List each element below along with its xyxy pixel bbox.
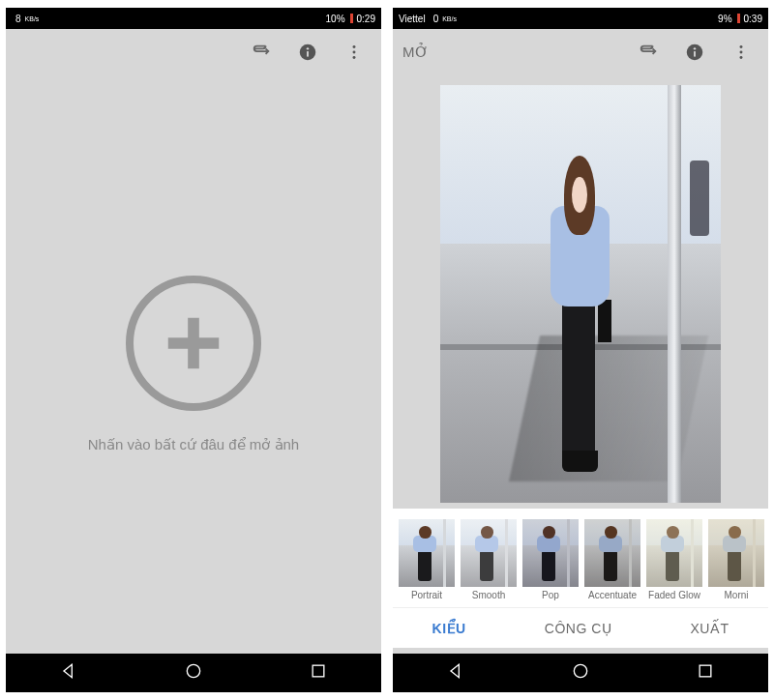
tab-export[interactable]: XUẤT [690, 621, 729, 636]
filter-label: Portrait [397, 590, 457, 600]
svg-point-3 [307, 47, 309, 49]
nav-recent-button[interactable] [696, 661, 715, 685]
svg-point-5 [353, 45, 356, 48]
nav-bar [6, 654, 381, 692]
nav-home-button[interactable] [571, 661, 590, 685]
clock: 0:29 [357, 14, 375, 24]
filter-portrait[interactable]: Portrait [397, 519, 457, 600]
filter-accentuate[interactable]: Accentuate [582, 519, 642, 600]
net-unit: KB/s [25, 15, 40, 22]
editor-body: Portrait Smooth Pop Accentuate Faded Glo… [393, 75, 768, 654]
phone-right: Viettel 0 KB/s 9% 0:39 MỞ [393, 8, 768, 692]
svg-point-6 [353, 51, 356, 54]
info-icon[interactable] [290, 35, 325, 70]
app-bar: MỞ [393, 29, 768, 75]
filter-label: Morni [706, 590, 766, 600]
status-bar: Viettel 0 KB/s 9% 0:39 [393, 8, 768, 29]
nav-bar [393, 654, 768, 692]
photo-canvas[interactable] [393, 75, 768, 509]
nav-back-button[interactable] [446, 661, 465, 685]
filter-strip[interactable]: Portrait Smooth Pop Accentuate Faded Glo… [393, 509, 768, 607]
tab-tools[interactable]: CÔNG CỤ [545, 621, 612, 636]
more-icon[interactable] [337, 35, 372, 70]
plus-circle-icon [126, 276, 261, 411]
main-photo [440, 85, 721, 503]
svg-rect-14 [694, 51, 696, 57]
status-bar: 8 KB/s 10% 0:29 [6, 8, 381, 29]
svg-point-17 [740, 56, 743, 59]
open-hint-text: Nhấn vào bất cứ đâu để mở ảnh [88, 436, 299, 453]
svg-rect-19 [700, 665, 711, 677]
filter-label: Smooth [459, 590, 519, 600]
filter-smooth[interactable]: Smooth [459, 519, 519, 600]
battery-text: 9% [718, 14, 731, 24]
app-bar [6, 29, 381, 75]
svg-point-16 [740, 51, 743, 54]
filter-label: Faded Glow [644, 590, 704, 600]
phone-left: 8 KB/s 10% 0:29 [6, 8, 381, 692]
tab-style[interactable]: KIỂU [432, 621, 466, 636]
bottom-tabs: KIỂU CÔNG CỤ XUẤT [393, 607, 768, 648]
svg-point-18 [574, 664, 586, 677]
open-button[interactable]: MỞ [402, 44, 430, 61]
filter-faded-glow[interactable]: Faded Glow [644, 519, 704, 600]
nav-home-button[interactable] [184, 661, 203, 685]
info-icon[interactable] [677, 35, 712, 70]
battery-icon [736, 14, 740, 23]
net-speed: 8 [15, 14, 21, 24]
net-unit: KB/s [442, 15, 457, 22]
svg-rect-4 [307, 51, 309, 57]
filter-label: Pop [521, 590, 580, 600]
net-speed: 0 [433, 14, 439, 24]
svg-point-13 [694, 47, 696, 49]
battery-icon [349, 14, 353, 23]
nav-back-button[interactable] [59, 661, 78, 685]
filter-pop[interactable]: Pop [521, 519, 580, 600]
nav-recent-button[interactable] [309, 661, 328, 685]
filter-label: Accentuate [582, 590, 642, 600]
carrier-label: Viettel [399, 14, 426, 24]
filter-morning[interactable]: Morni [706, 519, 766, 600]
empty-open-area[interactable]: Nhấn vào bất cứ đâu để mở ảnh [6, 75, 381, 654]
svg-point-15 [740, 45, 743, 48]
more-icon[interactable] [724, 35, 759, 70]
svg-point-8 [187, 664, 199, 677]
battery-text: 10% [326, 14, 345, 24]
layers-icon[interactable] [631, 35, 666, 70]
clock: 0:39 [744, 14, 762, 24]
svg-point-7 [353, 56, 356, 59]
layers-icon[interactable] [244, 35, 279, 70]
svg-rect-9 [313, 665, 324, 677]
